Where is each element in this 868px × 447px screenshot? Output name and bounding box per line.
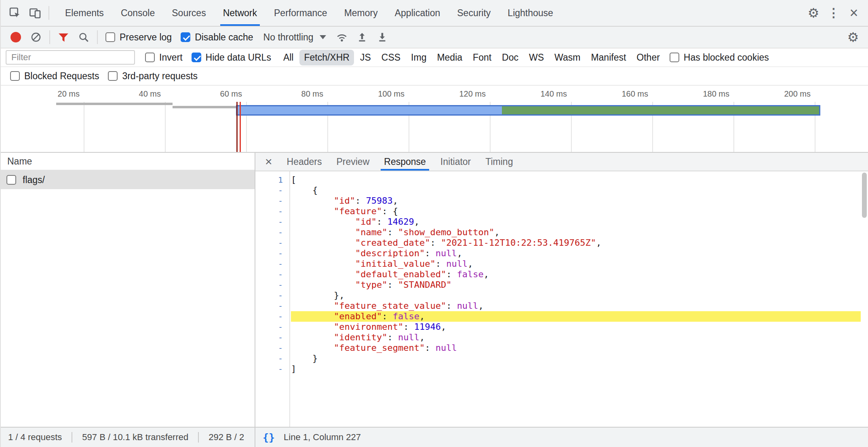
- tab-network[interactable]: Network: [215, 0, 265, 26]
- code-line: ]: [291, 364, 861, 374]
- filter-chip-css[interactable]: CSS: [377, 50, 405, 65]
- network-overview[interactable]: 20 ms40 ms60 ms80 ms100 ms120 ms140 ms16…: [1, 86, 868, 153]
- token: [291, 269, 355, 279]
- inspect-element-icon[interactable]: [5, 3, 25, 23]
- network-conditions-icon[interactable]: [332, 27, 352, 47]
- gutter-line: -: [255, 248, 289, 259]
- filter-chip-fetch-xhr[interactable]: Fetch/XHR: [299, 50, 354, 65]
- detail-tab-preview[interactable]: Preview: [329, 153, 377, 171]
- scrollbar-thumb[interactable]: [862, 173, 867, 218]
- token: :: [436, 259, 447, 269]
- token: null: [436, 248, 457, 258]
- filter-chip-img[interactable]: Img: [407, 50, 431, 65]
- token: [291, 332, 334, 342]
- pretty-print-button[interactable]: {}: [259, 432, 279, 443]
- tab-memory[interactable]: Memory: [336, 0, 386, 26]
- tab-application[interactable]: Application: [386, 0, 449, 26]
- tab-console[interactable]: Console: [112, 0, 163, 26]
- token: "identity": [334, 332, 387, 342]
- clear-network-log-icon[interactable]: [26, 27, 46, 47]
- timeline-label-160-ms: 160 ms: [592, 89, 648, 99]
- disable-cache-checkbox[interactable]: Disable cache: [181, 32, 253, 43]
- code-line: "feature_segment": null: [291, 343, 861, 353]
- network-settings-gear-icon[interactable]: ⚙: [843, 27, 863, 47]
- search-icon[interactable]: [74, 27, 94, 47]
- token: "created_date": [355, 238, 430, 248]
- code-line: },: [291, 290, 861, 301]
- filter-funnel-icon[interactable]: [53, 27, 74, 47]
- code-line: "created_date": "2021-11-12T10:22:53.419…: [291, 238, 861, 248]
- token: ,: [414, 217, 419, 227]
- tab-elements[interactable]: Elements: [57, 0, 112, 26]
- hide-data-urls-checkbox[interactable]: Hide data URLs: [192, 52, 271, 63]
- code-line: "description": null,: [291, 248, 861, 259]
- token: "description": [355, 248, 425, 258]
- settings-gear-icon[interactable]: ⚙: [803, 3, 824, 23]
- transferred-summary: 597 B / 10.1 kB transferred: [82, 432, 188, 443]
- name-column-header[interactable]: Name: [1, 153, 255, 171]
- filter-chip-ws[interactable]: WS: [525, 50, 548, 65]
- timeline-labels: 20 ms40 ms60 ms80 ms100 ms120 ms140 ms16…: [1, 86, 868, 102]
- token: [291, 280, 355, 290]
- export-har-icon[interactable]: [372, 27, 392, 47]
- blocked-requests-checkbox[interactable]: Blocked Requests: [10, 71, 99, 82]
- request-details-panel: × HeadersPreviewResponseInitiatorTiming …: [255, 153, 868, 427]
- token: {: [291, 185, 318, 195]
- response-scrollbar[interactable]: [861, 171, 868, 427]
- filter-chip-doc[interactable]: Doc: [497, 50, 523, 65]
- blocked-requests-label: Blocked Requests: [24, 71, 99, 82]
- filter-chip-js[interactable]: JS: [356, 50, 375, 65]
- response-viewer: 1------------------ [ { "id": 75983, "fe…: [255, 171, 868, 427]
- gutter-line: -: [255, 290, 289, 301]
- gutter-line: -: [255, 227, 289, 238]
- gutter-line: -: [255, 353, 289, 364]
- invert-checkbox[interactable]: Invert: [145, 52, 183, 63]
- code-line: "initial_value": null,: [291, 259, 861, 269]
- detail-tabbar: × HeadersPreviewResponseInitiatorTiming: [255, 153, 868, 171]
- has-blocked-cookies-checkbox[interactable]: Has blocked cookies: [670, 52, 769, 63]
- tab-sources[interactable]: Sources: [163, 0, 214, 26]
- gutter-line: -: [255, 280, 289, 290]
- tab-security[interactable]: Security: [449, 0, 499, 26]
- request-row[interactable]: flags/: [1, 171, 255, 189]
- more-options-icon[interactable]: ⋮: [824, 3, 844, 23]
- filter-chip-font[interactable]: Font: [468, 50, 496, 65]
- token: ,: [457, 248, 462, 258]
- token: ,: [478, 301, 484, 311]
- token: "enabled": [334, 311, 382, 321]
- tab-lighthouse[interactable]: Lighthouse: [499, 0, 562, 26]
- preserve-log-checkbox[interactable]: Preserve log: [105, 32, 172, 43]
- request-checkbox[interactable]: [6, 175, 16, 185]
- filter-chip-other[interactable]: Other: [632, 50, 664, 65]
- preserve-log-label: Preserve log: [120, 32, 172, 43]
- token: "feature_state_value": [334, 301, 446, 311]
- filter-chip-all[interactable]: All: [279, 50, 298, 65]
- token: },: [291, 290, 344, 300]
- detail-tab-response[interactable]: Response: [377, 153, 433, 171]
- filter-chip-media[interactable]: Media: [432, 50, 467, 65]
- third-party-requests-checkbox[interactable]: 3rd-party requests: [108, 71, 198, 82]
- detail-tab-headers[interactable]: Headers: [280, 153, 329, 171]
- record-network-log-button[interactable]: [6, 27, 26, 47]
- detail-tab-timing[interactable]: Timing: [478, 153, 520, 171]
- filter-input[interactable]: [6, 50, 135, 65]
- token: ,: [419, 332, 425, 342]
- timeline-label-180-ms: 180 ms: [673, 89, 729, 99]
- token: ,: [494, 227, 499, 237]
- token: ,: [468, 259, 473, 269]
- checkbox-box: [10, 71, 20, 81]
- code-line: {: [291, 185, 861, 196]
- token: ,: [596, 238, 601, 248]
- filter-chip-wasm[interactable]: Wasm: [550, 50, 585, 65]
- tab-performance[interactable]: Performance: [265, 0, 336, 26]
- invert-label: Invert: [159, 52, 183, 63]
- import-har-icon[interactable]: [352, 27, 372, 47]
- filter-chip-manifest[interactable]: Manifest: [586, 50, 630, 65]
- detail-tab-initiator[interactable]: Initiator: [433, 153, 478, 171]
- token: ]: [291, 364, 296, 374]
- device-toolbar-icon[interactable]: [25, 3, 45, 23]
- throttling-select[interactable]: No throttling: [263, 32, 326, 43]
- close-details-icon[interactable]: ×: [258, 156, 280, 168]
- token: :: [425, 248, 436, 258]
- close-devtools-icon[interactable]: ×: [844, 3, 864, 23]
